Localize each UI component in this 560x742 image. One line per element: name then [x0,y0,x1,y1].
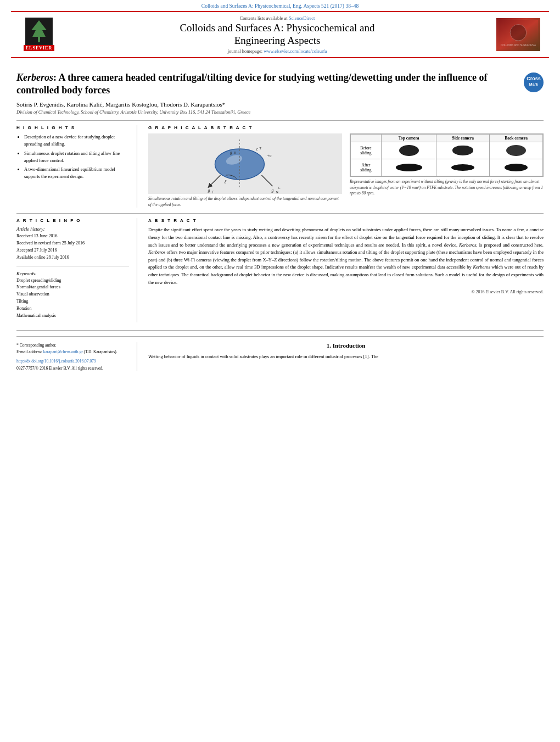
elsevier-logo: ELSEVIER [20,18,58,51]
kerberos-em-1: Kerberos [459,242,476,248]
divider-keywords [16,266,129,266]
svg-text:+c: +c [267,153,272,158]
grid-cell-top-before [381,142,436,159]
divider-3 [16,330,544,331]
highlight-item-1: Description of a new device for studying… [24,133,129,148]
grid-header-side: Side camera [436,135,490,142]
intro-text: Wetting behavior of liquids in contact w… [148,353,544,361]
crossmark-badge[interactable]: Cross Mark [524,72,544,92]
bottom-section: * Corresponding author. E-mail address: … [16,336,544,371]
svg-text:COLLOIDS AND SURFACES A: COLLOIDS AND SURFACES A [501,44,536,47]
journal-header: ELSEVIER Contents lists available at Sci… [11,11,549,58]
elsevier-tree-icon [25,18,53,45]
abstract-column: A B S T R A C T Despite the significant … [148,218,544,322]
page-wrapper: Colloids and Surfaces A: Physicochemical… [0,0,560,377]
svg-text:f: f [212,191,214,193]
svg-text:C: C [278,186,281,189]
keywords-label: Keywords: [16,271,129,276]
svg-text:δ: δ [225,180,227,185]
ga-right-caption: Representative images from an experiment… [350,179,544,197]
email-label: E-mail address: [16,349,42,354]
journal-citation-text: Colloids and Surfaces A: Physicochemical… [201,3,359,9]
keyword-4: Tilting [16,298,129,305]
highlights-list: Description of a new device for studying… [16,133,129,180]
available-date: Available online 28 July 2016 [16,254,129,261]
main-content: Kerberos: A three camera headed centrifu… [0,58,560,377]
grid-cell-side-before [436,142,490,159]
camera-grid: Top camera Side camera Back camera Befor… [350,133,544,177]
kerberos-em-3: Kerberos [473,264,490,270]
history-label: Article history: [16,226,129,232]
svg-text:T: T [260,147,262,150]
svg-text:Mark: Mark [529,82,538,86]
footnotes-column: * Corresponding author. E-mail address: … [16,342,137,371]
sciencedirect-link[interactable]: ScienceDirect [289,15,315,21]
keyword-1: Droplet spreading/sliding [16,277,129,284]
issn-line: 0927-7757/© 2016 Elsevier B.V. All right… [16,365,129,371]
article-title: Kerberos: A three camera headed centrifu… [16,71,518,97]
svg-text:N: N [277,191,279,193]
divider-2 [16,213,544,214]
svg-text:g: g [208,188,210,193]
received-date: Received 13 June 2016 [16,233,129,240]
highlights-column: H I G H L I G H T S Description of a new… [16,125,137,208]
highlights-abstract-section: H I G H L I G H T S Description of a new… [16,125,544,208]
article-info-label: A R T I C L E I N F O [16,218,129,223]
affiliation: Division of Chemical Technology, School … [16,109,544,115]
ga-diagram-image: g f g N C N δ [148,133,342,194]
svg-point-3 [510,24,527,41]
email-suffix: (T.D. Karapantsios). [84,349,117,354]
svg-text:Cross: Cross [527,76,541,81]
svg-text:c: c [256,147,259,152]
history-group: Article history: Received 13 June 2016 R… [16,226,129,261]
divider-1 [16,120,544,121]
top-journal-citation: Colloids and Surfaces A: Physicochemical… [0,0,560,11]
article-title-rest: : A three camera headed centrifugal/tilt… [16,72,487,96]
kerberos-em-2: Kerberos [148,249,165,255]
journal-homepage: journal homepage: www.elsevier.com/locat… [65,48,490,54]
keywords-group: Keywords: Droplet spreading/sliding Norm… [16,271,129,320]
graphical-abstract-content: g f g N C N δ [148,133,544,208]
graphical-abstract-label: G R A P H I C A L A B S T R A C T [148,125,544,130]
article-info-column: A R T I C L E I N F O Article history: R… [16,218,137,322]
keyword-5: Rotation [16,305,129,313]
highlights-label: H I G H L I G H T S [16,125,129,130]
introduction-column: 1. Introduction Wetting behavior of liqu… [137,342,544,371]
abstract-label: A B S T R A C T [148,218,544,223]
email-link[interactable]: karapant@chem.auth.gr [43,349,83,354]
grid-cell-top-after [381,159,436,176]
ga-left: g f g N C N δ [148,133,342,208]
abstract-text: Despite the significant effort spent ove… [148,226,544,286]
doi-link[interactable]: http://dx.doi.org/10.1016/j.colsurfa.201… [16,359,96,364]
article-info-abstract: A R T I C L E I N F O Article history: R… [16,218,544,322]
crossmark-icon[interactable]: Cross Mark [524,72,544,92]
grid-cell-side-after [436,159,490,176]
keyword-6: Mathematical analysis [16,313,129,320]
ga-left-caption: Simultaneous rotation and tilting of the… [148,196,342,208]
corresponding-label: * Corresponding author. [16,342,129,348]
grid-label-before: Beforesliding [351,142,382,159]
elsevier-text: ELSEVIER [24,45,54,51]
keyword-2: Normal/tangential forces [16,284,129,291]
authors: Sotiris P. Evgenidis, Karolina Kalić, Ma… [16,101,544,108]
grid-row-after: Aftersliding [351,159,543,176]
footnote-section: * Corresponding author. E-mail address: … [16,342,129,371]
copyright-line: © 2016 Elsevier B.V. All rights reserved… [148,289,544,294]
grid-cell-back-before [490,142,543,159]
corresponding-note: * Corresponding author. E-mail address: … [16,342,129,355]
intro-heading: 1. Introduction [148,342,544,349]
article-title-section: Kerberos: A three camera headed centrifu… [16,71,544,97]
grid-header-top: Top camera [381,135,436,142]
highlight-item-2: Simultaneous droplet rotation and tiltin… [24,150,129,164]
graphical-abstract-column: G R A P H I C A L A B S T R A C T [148,125,544,208]
ga-right: Top camera Side camera Back camera Befor… [350,133,544,208]
grid-header-back: Back camera [490,135,543,142]
journal-cover-image: COLLOIDS AND SURFACES A [496,18,540,51]
grid-header-empty [351,135,382,142]
grid-row-before: Beforesliding [351,142,543,159]
intro-text-content: Wetting behavior of liquids in contact w… [148,354,378,359]
received-revised-date: Received in revised form 25 July 2016 [16,240,129,247]
homepage-url[interactable]: www.elsevier.com/locate/colsurfa [264,48,327,54]
accepted-date: Accepted 27 July 2016 [16,247,129,254]
svg-text:B: B [234,151,236,154]
